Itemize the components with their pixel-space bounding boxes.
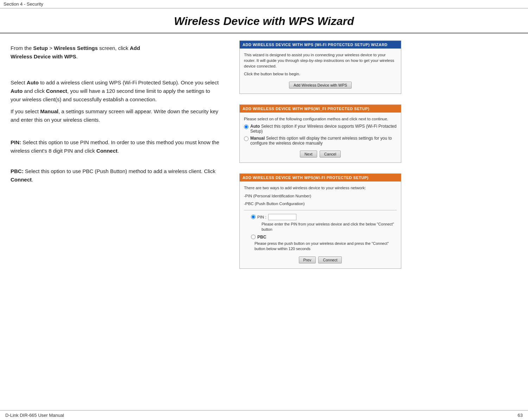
box2-text1: Please select on of the following config… [244,116,397,122]
prev-button[interactable]: Prev [299,256,316,263]
auto-radio[interactable] [244,125,249,129]
content-area: From the Setup > Wireless Settings scree… [0,33,528,276]
bold-pbc: PBC: [11,168,24,174]
box2-header: ADD WIRELESS DEVICE WITH WPS(WI_FI PROTE… [240,105,401,113]
bold-auto-1: Auto [27,79,39,85]
section2-para1: Select Auto to add a wireless client usi… [11,78,222,104]
auto-desc: Select this option if your Wireless devi… [250,124,396,134]
section2-para2: If you select Manual, a settings summary… [11,107,222,124]
bold-wireless-settings: Wireless Settings [54,45,98,51]
box1-header: ADD WIRELESS DEVICE WITH WPS (WI-FI PROT… [240,41,401,49]
bold-auto-2: Auto [11,88,23,94]
manual-name: D-Link DIR-665 User Manual [5,413,64,418]
box3-body: There are two ways to add wireless devic… [240,182,401,268]
pin-row: PIN : [251,214,397,220]
manual-desc: Select this option will display the curr… [250,136,392,146]
bold-connect-2: Connect [96,148,118,154]
bold-connect-3: Connect [11,177,32,183]
section1-text: From the Setup > Wireless Settings scree… [11,44,222,61]
bold-pin: PIN: [11,139,21,145]
page-title: Wireless Device with WPS Wizard [0,15,528,28]
page-title-section: Wireless Device with WPS Wizard [0,8,528,33]
pin-description: Please enter the PIN from your wireless … [262,222,397,233]
add-wireless-wps-button[interactable]: Add Wireless Device with WPS [289,82,352,89]
box3-divider [244,210,397,210]
box2-body: Please select on of the following config… [240,113,401,163]
bold-connect-1: Connect [46,88,67,94]
bottom-bar: D-Link DIR-665 User Manual 63 [0,410,528,420]
pin-label: PIN : [257,215,266,219]
box1-text1: This wizard is designed to assist you in… [244,52,397,69]
pin-radio[interactable] [251,215,256,219]
cancel-button[interactable]: Cancel [320,151,341,158]
auto-label: Auto Select this option if your Wireless… [250,124,397,134]
box2-auto-row: Auto Select this option if your Wireless… [244,124,397,134]
bold-manual: Manual [40,108,58,114]
bold-setup: Setup [33,45,48,51]
box3-item1: -PIN (Personal Identification Number) [244,193,397,199]
left-column: From the Setup > Wireless Settings scree… [0,33,232,276]
pbc-label: PBC [257,235,266,240]
connect-button[interactable]: Connect [318,256,342,263]
manual-radio[interactable] [244,136,249,141]
box3-item2: -PBC (Push Button Configuration) [244,201,397,206]
box3-button-row: Prev Connect [244,255,397,265]
next-button[interactable]: Next [300,151,317,158]
box3: ADD WIRELESS DEVICE WITH WPS(WI-FI PROTE… [239,173,401,269]
manual-bold: Manual [250,136,265,141]
box1-text2: Click the button below to begin. [244,71,397,77]
box2: ADD WIRELESS DEVICE WITH WPS(WI_FI PROTE… [239,104,401,163]
box1-button-row: Add Wireless Device with WPS [244,80,397,90]
section3-para2: PBC: Select this option to use PBC (Push… [11,167,222,184]
section3-text: PIN: Select this option to use PIN metho… [11,138,222,184]
box2-manual-row: Manual Select this option will display t… [244,136,397,146]
page-number: 63 [518,413,523,418]
manual-label: Manual Select this option will display t… [250,136,397,146]
auto-bold: Auto [250,124,260,129]
right-column: ADD WIRELESS DEVICE WITH WPS (WI-FI PROT… [232,33,528,276]
pbc-row: PBC [251,235,397,240]
section-label: Section 4 - Security [4,1,43,7]
pbc-radio[interactable] [251,235,256,239]
section2-text: Select Auto to add a wireless client usi… [11,78,222,124]
box3-text1: There are two ways to add wireless devic… [244,185,397,191]
box3-header: ADD WIRELESS DEVICE WITH WPS(WI-FI PROTE… [240,174,401,182]
section3-para1: PIN: Select this option to use PIN metho… [11,138,222,155]
top-bar: Section 4 - Security [0,0,528,8]
pin-input-field[interactable] [268,214,296,220]
pbc-description: Please press the push button on your wir… [254,241,397,252]
box2-button-row: Next Cancel [244,149,397,159]
section1-paragraph: From the Setup > Wireless Settings scree… [11,44,222,61]
box1: ADD WIRELESS DEVICE WITH WPS (WI-FI PROT… [239,40,401,94]
box1-body: This wizard is designed to assist you in… [240,49,401,94]
